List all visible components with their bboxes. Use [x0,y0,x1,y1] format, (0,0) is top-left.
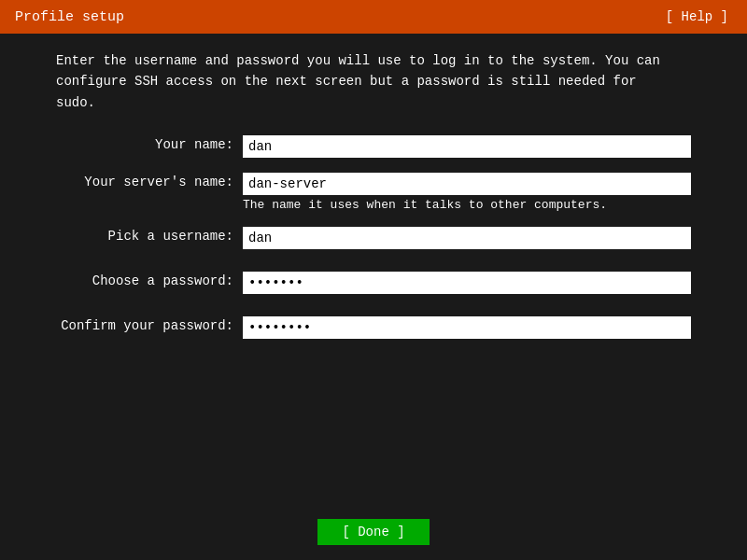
confirm-password-input-area [243,316,691,339]
your-name-input[interactable] [243,135,691,158]
done-button[interactable]: [ Done ] [317,519,430,545]
app: Profile setup [ Help ] Enter the usernam… [0,0,747,560]
password-label: Choose a password: [56,272,243,288]
server-name-input-area: The name it uses when it talks to other … [243,173,691,212]
your-name-input-area [243,135,691,158]
password-row: Choose a password: [56,272,691,294]
header-title: Profile setup [15,9,124,25]
help-button[interactable]: [ Help ] [662,7,732,26]
server-name-hint: The name it uses when it talks to other … [243,198,691,212]
your-name-label: Your name: [56,135,243,152]
confirm-password-input[interactable] [243,316,691,339]
server-name-input[interactable] [243,173,691,195]
form-area: Your name: Your server's name: The name … [56,135,691,354]
username-label: Pick a username: [56,227,243,244]
footer: [ Done ] [0,504,747,560]
confirm-password-row: Confirm your password: [56,316,691,339]
username-row: Pick a username: [56,227,691,249]
server-name-row: Your server's name: The name it uses whe… [56,173,691,212]
username-input[interactable] [243,227,691,249]
header: Profile setup [ Help ] [0,0,747,34]
password-input-area [243,272,691,294]
password-input[interactable] [243,272,691,294]
description-text: Enter the username and password you will… [56,50,691,113]
content: Enter the username and password you will… [0,34,747,504]
server-name-label: Your server's name: [56,173,243,189]
your-name-row: Your name: [56,135,691,158]
confirm-password-label: Confirm your password: [56,316,243,333]
username-input-area [243,227,691,249]
